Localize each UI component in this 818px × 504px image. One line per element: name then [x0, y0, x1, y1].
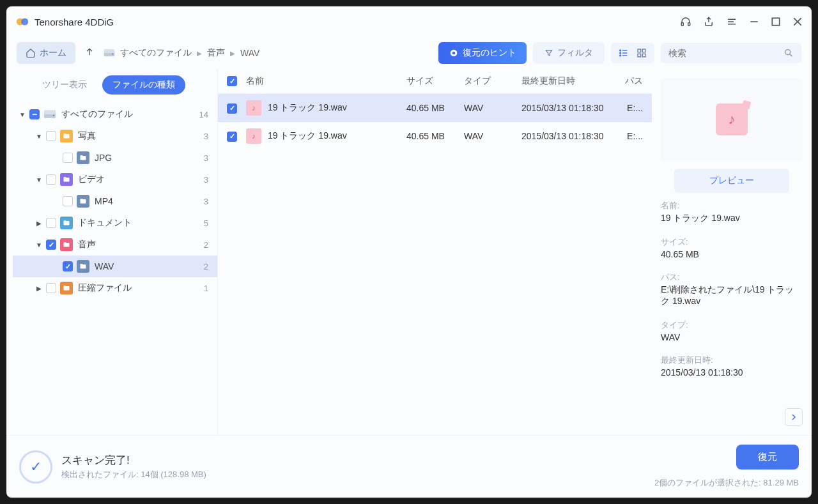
- file-type: WAV: [464, 103, 521, 113]
- app-window: Tenorshare 4DDiG ホーム すべてのファイル ▶ 音声 ▶ WAV: [6, 6, 812, 498]
- tree-checkbox[interactable]: [63, 153, 73, 163]
- folder-icon: [60, 130, 73, 142]
- list-view-icon[interactable]: [619, 48, 629, 58]
- home-button[interactable]: ホーム: [17, 42, 75, 64]
- tree-checkbox[interactable]: [46, 131, 56, 141]
- tree-checkbox[interactable]: [29, 109, 40, 119]
- row-checkbox[interactable]: [227, 132, 237, 142]
- share-icon[interactable]: [703, 16, 714, 27]
- meta-path-label: パス:: [661, 272, 803, 283]
- breadcrumb-2[interactable]: WAV: [240, 48, 259, 58]
- recover-button[interactable]: 復元: [736, 445, 799, 470]
- search-box[interactable]: [661, 43, 801, 63]
- table-header: 名前 サイズ タイプ 最終更新日時 パス: [218, 69, 652, 94]
- tree-label: ビデオ: [78, 174, 105, 185]
- file-type: WAV: [464, 131, 521, 141]
- tree-item[interactable]: ▶ドキュメント5: [13, 212, 217, 234]
- table-row[interactable]: ♪19 トラック 19.wav40.65 MBWAV2015/03/13 01:…: [218, 122, 652, 150]
- arrow-up-icon: [84, 47, 95, 57]
- folder-icon: [60, 217, 73, 229]
- preview-button[interactable]: プレビュー: [674, 169, 789, 193]
- music-file-icon: ♪: [716, 103, 748, 135]
- filter-button[interactable]: フィルタ: [533, 42, 605, 64]
- svg-point-1: [21, 19, 28, 26]
- search-input[interactable]: [668, 48, 783, 58]
- headphones-icon[interactable]: [680, 16, 691, 27]
- folder-icon: [77, 195, 89, 208]
- file-tree: ▼すべてのファイル14▼写真3JPG3▼ビデオ3MP43▶ドキュメント5▼音声2…: [13, 103, 217, 429]
- tree-count: 3: [204, 197, 208, 206]
- breadcrumb-1[interactable]: 音声: [207, 47, 225, 59]
- svg-rect-23: [642, 49, 645, 52]
- chevron-icon: ▼: [35, 176, 43, 183]
- svg-point-16: [620, 50, 621, 51]
- svg-rect-2: [681, 23, 683, 26]
- tree-count: 3: [204, 153, 208, 163]
- tree-item[interactable]: JPG3: [13, 147, 217, 169]
- tree-item[interactable]: ▶圧縮ファイル1: [13, 277, 217, 299]
- tree-item[interactable]: ▼ビデオ3: [13, 169, 217, 190]
- select-all-checkbox[interactable]: [227, 76, 237, 86]
- close-button[interactable]: [792, 17, 803, 27]
- file-list-panel: 名前 サイズ タイプ 最終更新日時 パス ♪19 トラック 19.wav40.6…: [217, 69, 652, 435]
- col-type[interactable]: タイプ: [464, 75, 521, 87]
- tree-label: 写真: [78, 130, 96, 142]
- tree-checkbox[interactable]: [63, 261, 73, 271]
- tab-file-type[interactable]: ファイルの種類: [102, 75, 185, 95]
- col-date[interactable]: 最終更新日時: [521, 75, 617, 87]
- scan-complete-icon: ✓: [19, 450, 52, 484]
- chevron-icon: ▼: [35, 133, 43, 140]
- file-date: 2015/03/13 01:18:30: [521, 103, 617, 113]
- menu-icon[interactable]: [726, 16, 737, 27]
- meta-name-value: 19 トラック 19.wav: [661, 213, 803, 224]
- breadcrumb: すべてのファイル ▶ 音声 ▶ WAV: [104, 47, 432, 59]
- tab-tree-view[interactable]: ツリー表示: [32, 75, 97, 95]
- minimize-button[interactable]: [749, 17, 759, 27]
- app-logo-icon: [15, 15, 29, 29]
- file-date: 2015/03/13 01:18:30: [521, 131, 617, 141]
- chevron-icon: ▶: [35, 285, 43, 292]
- tree-checkbox[interactable]: [46, 240, 56, 250]
- svg-point-13: [112, 54, 113, 55]
- tree-label: すべてのファイル: [61, 109, 133, 120]
- titlebar: Tenorshare 4DDiG: [6, 6, 812, 37]
- tree-checkbox[interactable]: [46, 174, 56, 185]
- view-toggle[interactable]: [611, 43, 654, 63]
- tree-item[interactable]: ▼すべてのファイル14: [13, 103, 217, 125]
- preview-box: ♪: [661, 78, 803, 161]
- hint-label: 復元のヒント: [463, 47, 516, 59]
- table-row[interactable]: ♪19 トラック 19.wav40.65 MBWAV2015/03/13 01:…: [218, 94, 652, 122]
- tree-item[interactable]: ▼音声2: [13, 234, 217, 256]
- tree-checkbox[interactable]: [63, 196, 73, 206]
- col-name[interactable]: 名前: [246, 75, 406, 87]
- tree-checkbox[interactable]: [46, 283, 56, 293]
- meta-type-label: タイプ:: [661, 320, 803, 331]
- home-label: ホーム: [40, 47, 66, 59]
- tree-checkbox[interactable]: [46, 218, 56, 228]
- nav-up-button[interactable]: [82, 44, 97, 62]
- tree-item[interactable]: ▼写真3: [13, 125, 217, 147]
- music-file-icon: ♪: [246, 128, 261, 144]
- tree-label: MP4: [95, 196, 113, 206]
- chevron-icon: ▶: [35, 220, 43, 227]
- col-path[interactable]: パス: [617, 75, 643, 87]
- tree-item[interactable]: WAV2: [13, 256, 217, 277]
- home-icon: [26, 48, 36, 58]
- folder-icon: [77, 151, 89, 164]
- row-checkbox[interactable]: [227, 103, 237, 114]
- collapse-panel-button[interactable]: [785, 408, 803, 426]
- recovery-hint-button[interactable]: 復元のヒント: [438, 42, 527, 64]
- grid-view-icon[interactable]: [637, 48, 647, 58]
- svg-point-26: [785, 50, 791, 55]
- tree-count: 14: [199, 110, 208, 119]
- file-path: E:...: [617, 103, 643, 113]
- tree-label: JPG: [95, 153, 112, 163]
- breadcrumb-0[interactable]: すべてのファイル: [120, 47, 192, 59]
- tree-item[interactable]: MP43: [13, 190, 217, 212]
- col-size[interactable]: サイズ: [406, 75, 464, 87]
- scan-title: スキャン完了!: [61, 453, 654, 468]
- eye-icon: [449, 48, 459, 58]
- svg-point-30: [53, 115, 54, 116]
- file-path: E:...: [617, 131, 643, 141]
- maximize-button[interactable]: [771, 17, 781, 27]
